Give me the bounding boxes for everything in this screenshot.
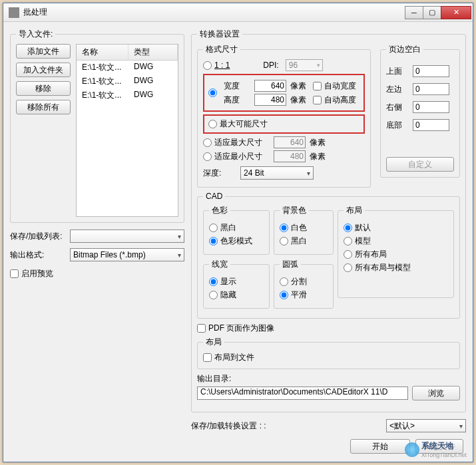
- depth-label: 深度:: [203, 168, 236, 179]
- height-input[interactable]: [254, 94, 286, 106]
- radio-custom-size[interactable]: [208, 88, 217, 97]
- save-load-conv-combo[interactable]: <默认>: [386, 419, 466, 432]
- size-group: 格式尺寸 1 : 1 DPI: 96 宽度: [197, 44, 371, 188]
- radio-layout-all-model[interactable]: 所有布局与模型: [344, 262, 448, 273]
- depth-combo[interactable]: 24 Bit: [240, 166, 314, 180]
- col-type[interactable]: 类型: [128, 45, 178, 60]
- output-format-combo[interactable]: Bitmap Files (*.bmp): [70, 248, 184, 261]
- remove-button[interactable]: 移除: [16, 81, 71, 96]
- radio-color[interactable]: 色彩模式: [209, 235, 264, 247]
- radio-arc-split[interactable]: 分割: [280, 276, 328, 287]
- layout-group: 布局 默认 模型 所有布局 所有布局与模型: [338, 205, 454, 298]
- browse-button[interactable]: 浏览: [412, 386, 460, 400]
- dpi-label: DPI:: [263, 61, 278, 70]
- save-load-list-combo[interactable]: [70, 230, 184, 243]
- arc-group: 圆弧 分割 平滑: [274, 259, 334, 309]
- radio-lw-hide[interactable]: 隐藏: [209, 289, 264, 301]
- margin-left-input[interactable]: [413, 83, 449, 95]
- margins-group: 页边空白 上面 左边 右侧 底部 自定义: [380, 44, 460, 178]
- radio-lw-show[interactable]: 显示: [209, 276, 264, 287]
- import-group: 导入文件: 添加文件 加入文件夹 移除 移除所有 名称 类型: [10, 29, 184, 223]
- close-button[interactable]: ✕: [441, 6, 471, 19]
- minimize-button[interactable]: ─: [405, 6, 423, 19]
- radio-layout-model[interactable]: 模型: [344, 235, 448, 247]
- output-dir-label: 输出目录:: [197, 373, 460, 385]
- margin-top-input[interactable]: [413, 65, 449, 77]
- max-highlight: 最大可能尺寸: [203, 114, 365, 134]
- radio-layout-default[interactable]: 默认: [344, 222, 448, 233]
- radio-layout-all[interactable]: 所有布局: [344, 249, 448, 260]
- dpi-combo[interactable]: 96: [286, 59, 323, 71]
- converter-group: 转换器设置 格式尺寸 1 : 1 DPI: 96: [191, 29, 466, 412]
- radio-bw[interactable]: 黑白: [209, 222, 264, 233]
- auto-height-check[interactable]: 自动高度: [313, 94, 356, 106]
- converter-legend: 转换器设置: [197, 29, 242, 40]
- wh-highlight: 宽度 像素 自动宽度 高度 像素 自动高: [203, 74, 365, 112]
- add-folder-button[interactable]: 加入文件夹: [16, 63, 71, 77]
- radio-arc-smooth[interactable]: 平滑: [280, 289, 328, 301]
- save-load-conv-label: 保存/加载转换设置 : :: [191, 420, 284, 432]
- batch-window: 批处理 ─ ▢ ✕ 导入文件: 添加文件 加入文件夹 移除 移除所有: [3, 3, 473, 462]
- fit-min-input[interactable]: [274, 150, 306, 162]
- fit-max-input[interactable]: [274, 136, 306, 148]
- radio-fit-max[interactable]: 适应最大尺寸: [203, 137, 270, 148]
- cad-group: CAD 色彩 黑白 色彩模式 线宽: [197, 192, 460, 319]
- watermark-icon: [405, 442, 419, 457]
- radio-bg-black[interactable]: 黑白: [280, 235, 328, 247]
- auto-width-check[interactable]: 自动宽度: [313, 80, 356, 92]
- margin-right-input[interactable]: [413, 101, 449, 113]
- list-item[interactable]: E:\1-软文... DWG: [77, 61, 178, 75]
- add-file-button[interactable]: 添加文件: [16, 44, 71, 59]
- margin-bottom-input[interactable]: [413, 119, 449, 131]
- pdf-as-image-check[interactable]: PDF 页面作为图像: [197, 323, 460, 334]
- maximize-button[interactable]: ▢: [423, 6, 441, 19]
- output-dir-input[interactable]: C:\Users\Administrator\Documents\CADEdit…: [197, 387, 408, 400]
- color-group: 色彩 黑白 色彩模式: [203, 205, 270, 255]
- file-list-header: 名称 类型: [77, 45, 178, 61]
- enable-preview-check[interactable]: 启用预览: [10, 268, 184, 279]
- linewidth-group: 线宽 显示 隐藏: [203, 259, 270, 309]
- layout-to-file-check[interactable]: 布局到文件: [203, 353, 254, 362]
- start-button[interactable]: 开始: [350, 439, 410, 454]
- watermark: 系统天地 XiTongTianDi.net: [405, 440, 467, 458]
- output-format-label: 输出格式:: [10, 249, 70, 261]
- radio-1to1[interactable]: 1 : 1: [203, 61, 230, 70]
- custom-margin-button[interactable]: 自定义: [386, 157, 454, 172]
- import-legend: 导入文件:: [16, 29, 55, 40]
- list-item[interactable]: E:\1-软文... DWG: [77, 88, 178, 102]
- app-icon: [9, 7, 19, 18]
- col-name[interactable]: 名称: [77, 45, 128, 60]
- radio-bg-white[interactable]: 白色: [280, 222, 328, 233]
- titlebar: 批处理 ─ ▢ ✕: [3, 3, 473, 22]
- width-input[interactable]: [254, 80, 286, 92]
- radio-max-possible[interactable]: 最大可能尺寸: [208, 119, 268, 128]
- remove-all-button[interactable]: 移除所有: [16, 100, 71, 114]
- file-list[interactable]: 名称 类型 E:\1-软文... DWG E:\1-软文... DWG: [76, 44, 178, 217]
- list-item[interactable]: E:\1-软文... DWG: [77, 75, 178, 88]
- layout-out-group: 布局 布局到文件: [197, 337, 460, 369]
- bg-group: 背景色 白色 黑白: [274, 205, 334, 255]
- window-title: 批处理: [23, 7, 405, 18]
- radio-fit-min[interactable]: 适应最小尺寸: [203, 151, 270, 162]
- save-load-list-label: 保存/加载列表:: [10, 231, 70, 242]
